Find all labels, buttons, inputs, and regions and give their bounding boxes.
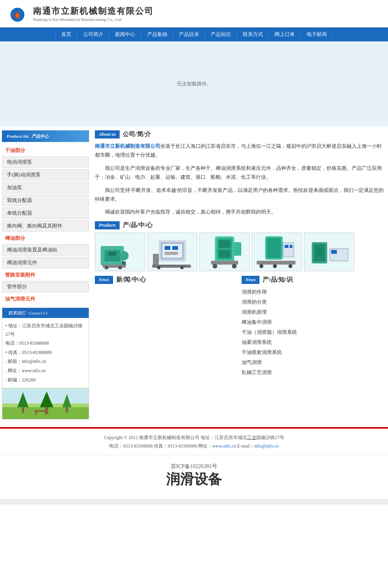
contact-label-en: Contact Us xyxy=(28,311,48,315)
svg-rect-9 xyxy=(66,407,68,413)
knowledge-item[interactable]: 油雾润滑系统 xyxy=(242,337,385,347)
svg-rect-44 xyxy=(290,245,292,248)
svg-rect-26 xyxy=(165,252,178,255)
contact-box: 联系我们 Contact Us • 地址：江苏启东市城北工业园杨沙路27号 电话… xyxy=(2,308,89,419)
contact-fax: • 传真：0513-83308989 xyxy=(5,349,86,357)
sidebar-section-pipe: 管路安装附件 xyxy=(2,270,89,280)
sidebar-item-electric-pump[interactable]: 电动润滑泵 xyxy=(2,156,89,168)
svg-rect-33 xyxy=(219,240,230,248)
products-section-header: Products 产/品/中/心 xyxy=(95,221,384,229)
main-container: Products list 产品中心 干油部分 电动润滑泵 手(脚)动润滑泵 加… xyxy=(0,126,388,423)
nav-item-knowledge[interactable]: 产品知识 xyxy=(205,31,236,38)
svg-rect-5 xyxy=(22,407,24,413)
sidebar-item-thin-oil-device[interactable]: 稀油润滑装置及稀油站 xyxy=(2,244,89,256)
about-company-name: 南通市立新机械制造有限公司 xyxy=(95,143,160,149)
contact-scene-image xyxy=(2,388,89,419)
product-image-1[interactable] xyxy=(95,232,145,271)
product-image-4[interactable] xyxy=(252,232,302,271)
knowledge-item[interactable]: 干油喷射润滑系统 xyxy=(242,347,385,357)
company-name-en: Nantong LiXin Mechanical Manufacturing C… xyxy=(33,17,154,22)
sidebar-products-cn: 产品中心 xyxy=(31,134,48,138)
nav-item-contact[interactable]: 联系方式 xyxy=(237,31,268,38)
news-knowledge-row: News 新/闻/中/心 News 产/品/知/识 润滑的作用 润滑的分类 润滑… xyxy=(95,276,384,378)
contact-postcode: . 邮编：226200 xyxy=(5,376,86,385)
news-section-header: News 新/闻/中/心 xyxy=(95,276,238,284)
sidebar-item-oil-pump[interactable]: 加油泵 xyxy=(2,182,89,193)
footer-email-link[interactable]: ntlx@ntlx.cn xyxy=(254,443,279,449)
knowledge-link-5[interactable]: 干油（润滑脂）润滑系统 xyxy=(242,329,297,335)
knowledge-item[interactable]: 轧钢工艺润滑 xyxy=(242,368,385,378)
about-p3: 我公司坚持'不断开发、追求卓越'的宗旨，不断开发新产品，以满足用户的各种需求。热… xyxy=(95,186,384,204)
knowledge-link-9[interactable]: 轧钢工艺润滑 xyxy=(242,369,272,375)
sidebar-item-manual-pump[interactable]: 手(脚)动润滑泵 xyxy=(2,169,89,181)
knowledge-item[interactable]: 润滑的原理 xyxy=(242,307,385,317)
knowledge-link-1[interactable]: 润滑的作用 xyxy=(242,289,267,295)
knowledge-link-7[interactable]: 干油喷射润滑系统 xyxy=(242,349,282,355)
svg-rect-12 xyxy=(45,412,46,415)
svg-rect-24 xyxy=(165,246,170,250)
svg-rect-27 xyxy=(153,254,159,265)
nav-item-email[interactable]: 电子邮局 xyxy=(301,31,332,38)
sidebar-item-pipe-parts[interactable]: 管件部分 xyxy=(2,281,89,292)
svg-rect-43 xyxy=(285,245,288,248)
footer-website-link[interactable]: www.ntlx.cn xyxy=(212,443,236,449)
contact-phone: 电话：0513-83308668 xyxy=(5,339,86,348)
knowledge-item[interactable]: 油气润滑 xyxy=(242,357,385,368)
footer-content: Copyright © 2012 南通市立新机械制造有限公司 地址：江苏启东市城… xyxy=(0,429,388,455)
nav-item-order[interactable]: 网上订单 xyxy=(269,31,300,38)
knowledge-link-8[interactable]: 油气润滑 xyxy=(242,359,262,365)
sidebar: Products list 产品中心 干油部分 电动润滑泵 手(脚)动润滑泵 加… xyxy=(0,130,91,419)
knowledge-column: News 产/品/知/识 润滑的作用 润滑的分类 润滑的原理 稀油集中润滑 干油… xyxy=(242,276,385,378)
banner-area: 无法加载插件。 xyxy=(0,41,388,126)
svg-point-47 xyxy=(273,264,277,268)
nav-item-about[interactable]: 公司简介 xyxy=(78,31,109,38)
svg-rect-40 xyxy=(267,238,281,258)
news-column: News 新/闻/中/心 xyxy=(95,276,238,378)
knowledge-list: 润滑的作用 润滑的分类 润滑的原理 稀油集中润滑 干油（润滑脂）润滑系统 油雾润… xyxy=(242,287,385,378)
sidebar-section-dry-oil: 干油部分 xyxy=(2,145,89,155)
knowledge-item[interactable]: 稀油集中润滑 xyxy=(242,317,385,327)
products-images xyxy=(95,232,384,271)
sidebar-item-valves[interactable]: 换向阀、换向阀及其附件 xyxy=(2,220,89,232)
products-tag: Products xyxy=(95,221,120,229)
contact-label-cn: 联系我们 xyxy=(8,311,25,315)
nav-item-products-catalog[interactable]: 产品目录 xyxy=(173,31,204,38)
svg-rect-10 xyxy=(34,410,47,412)
sidebar-item-dual-distributor[interactable]: 双线分配器 xyxy=(2,195,89,206)
svg-point-36 xyxy=(213,264,217,268)
knowledge-item[interactable]: 润滑的分类 xyxy=(242,297,385,307)
knowledge-link-4[interactable]: 稀油集中润滑 xyxy=(242,319,272,325)
about-title: 公司/简/介 xyxy=(123,130,151,138)
sidebar-item-thin-oil-parts[interactable]: 稀油润滑元件 xyxy=(2,257,89,268)
product-image-5[interactable] xyxy=(304,232,354,271)
knowledge-tag: News xyxy=(242,276,260,284)
sidebar-section-oil-gas: 油气润滑元件 xyxy=(2,294,89,304)
main-nav: | 首页 | 公司简介 | 新闻中心 | 产品集锦 | 产品目录 | 产品知识 … xyxy=(0,27,388,41)
about-section-header: About us 公司/简/介 xyxy=(95,130,384,138)
nav-item-products-gallery[interactable]: 产品集锦 xyxy=(142,31,173,38)
contact-website: . 网址：www.ntlx.cn xyxy=(5,367,86,375)
nav-item-news[interactable]: 新闻中心 xyxy=(110,31,141,38)
svg-point-48 xyxy=(288,264,292,268)
company-name-cn: 南通市立新机械制造有限公司 xyxy=(33,5,154,17)
knowledge-link-2[interactable]: 润滑的分类 xyxy=(242,299,267,305)
sidebar-item-single-distributor[interactable]: 单线分配器 xyxy=(2,207,89,219)
knowledge-link-6[interactable]: 油雾润滑系统 xyxy=(242,339,272,345)
knowledge-item[interactable]: 干油（润滑脂）润滑系统 xyxy=(242,327,385,337)
sidebar-section-thin-oil: 稀油部分 xyxy=(2,233,89,243)
knowledge-link-3[interactable]: 润滑的原理 xyxy=(242,309,267,315)
company-logo xyxy=(8,4,27,23)
nav-item-home[interactable]: 首页 xyxy=(56,31,77,38)
about-p4: 竭诚欢迎国内外客户光临指导，诚信相交，真心相待，携手共创辉煌的明天。 xyxy=(95,207,384,216)
bottom-section: 苏ICP备10226381号 润滑设备 xyxy=(0,455,388,497)
knowledge-item[interactable]: 润滑的作用 xyxy=(242,287,385,297)
svg-rect-15 xyxy=(108,252,116,256)
product-image-3[interactable] xyxy=(199,232,250,271)
horizontal-scrollbar[interactable] xyxy=(0,499,388,504)
svg-rect-45 xyxy=(257,261,295,265)
product-image-2[interactable] xyxy=(147,232,197,271)
about-tag: About us xyxy=(95,130,120,138)
svg-point-16 xyxy=(119,251,129,260)
footer-industry: 工业 xyxy=(247,435,256,440)
products-title: 产/品/中/心 xyxy=(123,221,153,229)
